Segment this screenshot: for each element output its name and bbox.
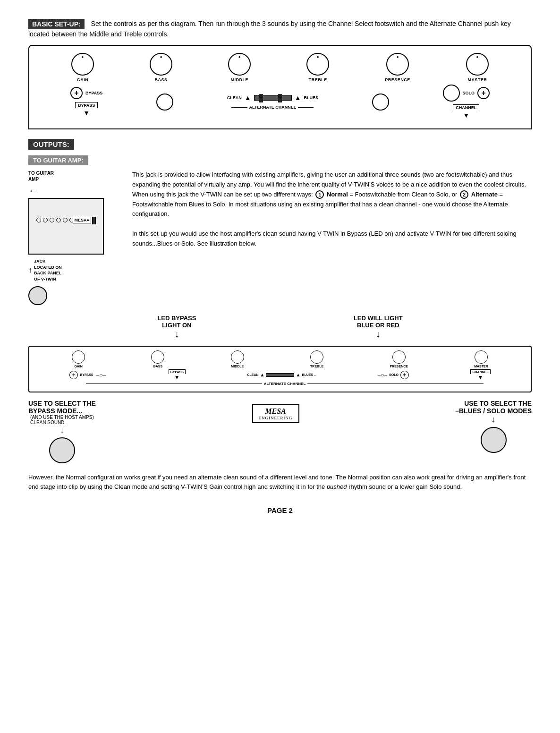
slider-right-marker: ▲	[295, 94, 301, 102]
led-diagram-container: LED BYPASSLIGHT ON ↓ LED WILL LIGHTBLUE …	[28, 315, 532, 463]
mini-master-plus: +	[400, 371, 409, 379]
presence-knob	[386, 53, 409, 76]
normal-desc: = Footswitchable from Clean to Solo, or	[349, 191, 457, 198]
mini-middle-label: MIDDLE	[231, 365, 244, 368]
solo-label: SOLO	[463, 91, 475, 95]
slider-track	[254, 95, 292, 101]
mini-middle-knob	[231, 350, 244, 364]
slider-left-marker: ▲	[245, 94, 251, 102]
guitar-amp-header: TO GUITAR AMP:	[28, 155, 88, 165]
presence-control-group	[372, 94, 389, 111]
bypass-mode-arrow: ↓	[60, 425, 64, 435]
guitar-amp-content: TO GUITARAMP ← M	[28, 170, 532, 305]
bypass-footswitch-icon	[49, 437, 75, 463]
blues-solo-bold: USE TO SELECT THE–BLUES / SOLO MODES	[455, 400, 532, 415]
master-knob	[466, 53, 489, 76]
mini-alt-channel-label: ALTERNATE CHANNEL	[262, 382, 308, 386]
controls-row: + BYPASS BYPASS ▼ CLEAN ▲	[43, 85, 517, 119]
dot-4	[56, 218, 61, 222]
treble-label: TREBLE	[309, 77, 327, 82]
mesa-name: MESA	[265, 407, 286, 416]
jack-circle-container	[28, 286, 47, 305]
mini-bypass-dash: –○–	[96, 372, 106, 378]
bypass-mode-label: USE TO SELECT THEBYPASS MODE...	[28, 400, 96, 415]
jack-label: JACKLOCATED ONBACK PANELOF V-TWIN	[34, 258, 62, 282]
mini-knobs-row: GAIN BASS MIDDLE TREBLE	[39, 350, 521, 368]
to-guitar-amp-block: TO GUITAR AMP: TO GUITARAMP ←	[28, 155, 532, 305]
led-indicator	[92, 217, 96, 224]
mini-bass-label: BASS	[153, 365, 162, 368]
mesa-sub: ENGINEERING	[259, 416, 293, 420]
presence-knob-group: PRESENCE	[385, 53, 410, 82]
led-right-arrow: ↓	[376, 329, 381, 340]
amp-diagram: GAIN BASS MIDDLE TREBLE PRESENCE MASTER	[28, 45, 532, 129]
mini-blues-label: BLUES –	[302, 373, 316, 376]
mini-channel-slider: CLEAN ▲ ▲ BLUES –	[247, 372, 316, 377]
bypass-plus-icon: +	[70, 87, 83, 99]
alternate-bold: Alternate	[471, 191, 498, 198]
pushed-italic: pushed	[327, 483, 347, 490]
mini-alt-channel-row: ALTERNATE CHANNEL	[39, 382, 521, 386]
mini-channel-box-group: CHANNEL ▼	[470, 369, 490, 381]
blues-solo-label: USE TO SELECT THE–BLUES / SOLO MODES	[455, 400, 532, 415]
mini-slider-track	[266, 373, 294, 377]
mini-bass-group: BASS	[151, 350, 164, 368]
circle-num-1: 1	[315, 190, 324, 199]
presence-medium-knob	[372, 94, 389, 111]
bypass-box-label: BYPASS	[75, 102, 98, 108]
intro-block: BASIC SET-UP: Set the controls as per th…	[28, 19, 532, 39]
middle-knob	[228, 53, 251, 76]
final-para-text: However, the Normal configuration works …	[28, 473, 532, 493]
mini-bypass-box: BYPASS	[169, 369, 186, 374]
amp-arrow-left: ←	[28, 185, 38, 196]
mini-presence-group: PRESENCE	[390, 350, 408, 368]
mini-channel-box: CHANNEL	[470, 369, 490, 374]
blues-label: BLUES	[304, 95, 319, 100]
mini-solo-label: SOLO	[389, 373, 399, 376]
blues-solo-footswitch-icon	[481, 427, 507, 453]
dot-5	[63, 218, 68, 222]
mesa-logo: MESA ENGINEERING	[252, 404, 299, 423]
bass-medium-knob	[156, 94, 173, 111]
outputs-section: OUTPUTS: TO GUITAR AMP: TO GUITARAMP ←	[28, 139, 532, 463]
gain-label: GAIN	[77, 77, 89, 82]
arrow-amp-row: ←	[28, 185, 38, 196]
led-diagram-section: LED BYPASSLIGHT ON ↓ LED WILL LIGHTBLUE …	[28, 315, 532, 463]
mini-bypass-control: + BYPASS –○–	[69, 371, 107, 379]
mini-amp-diagram: GAIN BASS MIDDLE TREBLE	[28, 346, 532, 392]
bass-control-group	[156, 94, 173, 111]
led-top-labels: LED BYPASSLIGHT ON ↓ LED WILL LIGHTBLUE …	[79, 315, 482, 340]
mini-treble-group: TREBLE	[310, 350, 323, 368]
guitar-amp-desc-p2: In this set-up you would use the host am…	[132, 229, 532, 249]
mesa-logo-group: MESA ENGINEERING	[252, 400, 299, 423]
mini-presence-knob	[392, 350, 406, 364]
mini-middle-group: MIDDLE	[231, 350, 244, 368]
slider-handle-right	[278, 94, 282, 102]
final-paragraph: However, the Normal configuration works …	[28, 473, 532, 493]
normal-bold: Normal	[327, 191, 348, 198]
treble-knob	[306, 53, 329, 76]
mini-bypass-label: BYPASS	[80, 373, 93, 376]
jack-icon-row: ↑ JACKLOCATED ONBACK PANELOF V-TWIN	[28, 258, 62, 282]
gain-knob-group: GAIN	[71, 53, 94, 82]
mini-master-knob	[475, 350, 488, 364]
knobs-row: GAIN BASS MIDDLE TREBLE PRESENCE MASTER	[43, 53, 517, 82]
bottom-labels-row: USE TO SELECT THEBYPASS MODE... (AND USE…	[28, 400, 532, 463]
blues-solo-footswitch-col: USE TO SELECT THE–BLUES / SOLO MODES ↓	[455, 400, 532, 453]
channel-slider: CLEAN ▲ ▲ BLUES	[227, 94, 318, 102]
mini-gain-group: GAIN	[72, 350, 85, 368]
master-label: MASTER	[467, 77, 487, 82]
bypass-plus-group: + BYPASS BYPASS ▼	[70, 87, 102, 117]
mini-slider-left-mark: ▲	[260, 372, 265, 377]
bypass-mode-sub: (AND USE THE HOST AMPS)CLEAN SOUND.	[30, 415, 94, 425]
middle-label: MIDDLE	[230, 77, 248, 82]
mini-channel-arrow: ▼	[478, 374, 484, 381]
mini-bass-knob	[151, 350, 164, 364]
mini-master-group: MASTER	[474, 350, 488, 368]
alt-channel-label: ALTERNATE CHANNEL	[247, 105, 298, 110]
presence-label: PRESENCE	[385, 77, 410, 82]
to-guitar-amp-label: TO GUITARAMP	[28, 170, 54, 182]
blues-solo-arrow: ↓	[492, 415, 496, 425]
alt-channel-bar: ALTERNATE CHANNEL	[231, 105, 314, 110]
dot-3	[50, 218, 54, 222]
